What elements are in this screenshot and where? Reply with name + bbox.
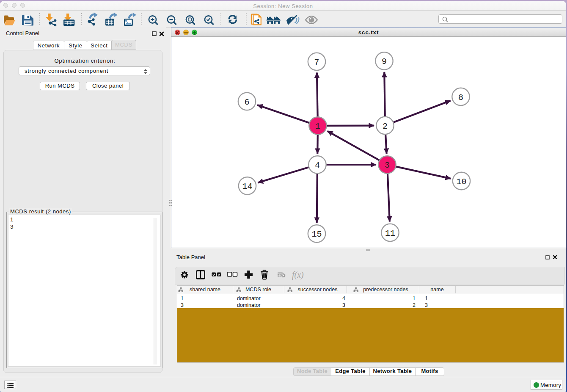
- svg-text:10: 10: [456, 177, 466, 187]
- svg-text:6: 6: [244, 97, 249, 107]
- svg-text:11: 11: [385, 229, 395, 238]
- svg-text:2: 2: [383, 121, 388, 131]
- svg-text:1: 1: [315, 121, 320, 131]
- svg-text:4: 4: [315, 160, 320, 170]
- svg-text:f(x): f(x): [292, 270, 304, 280]
- svg-text:3: 3: [385, 160, 390, 170]
- svg-text:14: 14: [242, 182, 252, 191]
- svg-text:15: 15: [311, 229, 322, 239]
- svg-text:9: 9: [382, 57, 387, 66]
- svg-text:7: 7: [314, 58, 319, 67]
- svg-text:8: 8: [458, 93, 463, 102]
